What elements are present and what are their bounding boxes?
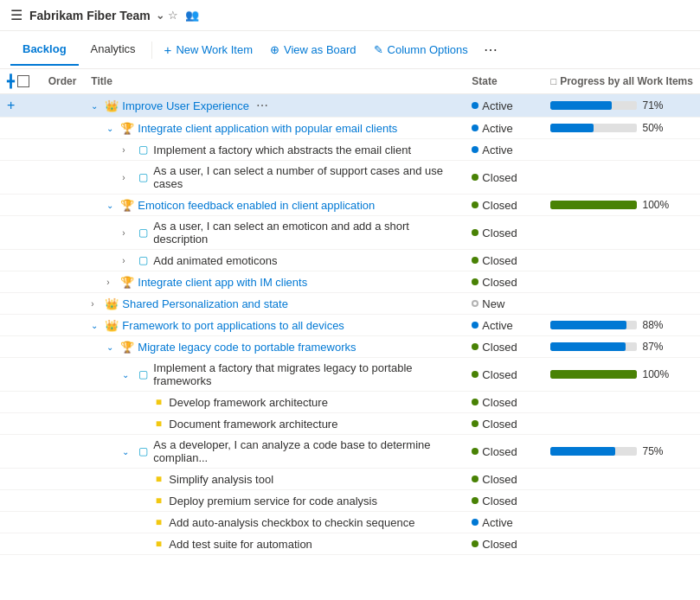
expand-icon[interactable]: ⌄ bbox=[91, 321, 101, 330]
row-add-cell bbox=[0, 435, 42, 469]
item-type-icon: ▢ bbox=[136, 143, 150, 156]
more-actions-button[interactable]: ⋯ bbox=[477, 36, 504, 63]
item-title[interactable]: Migrate legacy code to portable framewor… bbox=[138, 341, 356, 354]
state-dot bbox=[472, 399, 478, 405]
table-row: ›▢As a user, I can select a number of su… bbox=[0, 161, 700, 195]
item-title: Document framework architecture bbox=[169, 418, 337, 431]
row-order-cell bbox=[42, 250, 85, 271]
column-options-button[interactable]: ✎ Column Options bbox=[365, 38, 477, 61]
row-progress-cell: 88% bbox=[543, 315, 700, 336]
tab-backlog[interactable]: add Backlog bbox=[10, 34, 79, 66]
row-add-cell bbox=[0, 195, 42, 216]
progress-bar-fill bbox=[550, 342, 626, 351]
table-row: ›👑Shared Personalization and stateNew bbox=[0, 293, 700, 315]
row-order-cell bbox=[42, 161, 85, 195]
row-add-cell bbox=[0, 512, 42, 533]
row-progress-cell bbox=[543, 139, 700, 161]
state-label: Closed bbox=[482, 276, 517, 289]
expand-icon[interactable]: › bbox=[91, 299, 101, 309]
state-label: Active bbox=[482, 516, 512, 529]
table-row: ›▢Implement a factory which abstracts th… bbox=[0, 139, 700, 161]
state-label: Closed bbox=[482, 227, 517, 239]
row-add-cell bbox=[0, 413, 42, 435]
expand-icon[interactable]: › bbox=[122, 228, 132, 238]
table-row: ■Add test suite for automationClosed bbox=[0, 533, 700, 555]
row-order-cell bbox=[42, 512, 85, 533]
state-dot bbox=[472, 448, 478, 455]
row-order-cell bbox=[42, 435, 85, 469]
progress-percent: 75% bbox=[642, 445, 666, 457]
progress-bar-fill bbox=[550, 321, 626, 329]
work-table: ╋ Order Title State □ Progress by all Wo… bbox=[0, 69, 700, 555]
row-progress-cell: 100% bbox=[543, 358, 700, 392]
state-dot bbox=[472, 229, 478, 236]
new-work-item-button[interactable]: + New Work Item bbox=[156, 37, 261, 62]
item-title[interactable]: Integrate client app with IM clients bbox=[138, 276, 307, 289]
people-icon[interactable]: 👥 bbox=[185, 9, 199, 22]
table-row: ⌄🏆Integrate client application with popu… bbox=[0, 118, 700, 139]
row-add-cell bbox=[0, 271, 42, 293]
row-progress-cell bbox=[543, 512, 700, 533]
expand-icon[interactable]: ⌄ bbox=[91, 101, 101, 111]
row-add-cell bbox=[0, 118, 42, 139]
item-title[interactable]: Emoticon feedback enabled in client appl… bbox=[138, 199, 375, 212]
star-icon[interactable]: ☆ bbox=[168, 9, 178, 22]
expand-icon[interactable]: › bbox=[122, 256, 132, 265]
row-progress-cell bbox=[543, 271, 700, 293]
expand-icon[interactable]: ⌄ bbox=[122, 447, 132, 456]
item-title[interactable]: Improve User Experience bbox=[122, 99, 249, 112]
row-title-cell: ›▢Implement a factory which abstracts th… bbox=[84, 139, 465, 161]
item-type-icon: ■ bbox=[151, 515, 165, 529]
expand-icon[interactable]: ⌄ bbox=[106, 342, 117, 352]
row-title-cell: ›👑Shared Personalization and state bbox=[84, 293, 465, 315]
hamburger-icon[interactable]: ☰ bbox=[10, 7, 22, 23]
row-state-cell: Closed bbox=[465, 435, 543, 469]
row-state-cell: Active bbox=[465, 118, 543, 139]
checkbox-header[interactable] bbox=[17, 75, 29, 87]
expand-icon[interactable]: ⌄ bbox=[106, 124, 117, 133]
chevron-down-icon[interactable]: ⌄ bbox=[156, 10, 164, 22]
item-type-icon: ■ bbox=[151, 417, 165, 431]
row-add-cell bbox=[0, 250, 42, 271]
item-type-icon: 🏆 bbox=[120, 340, 134, 354]
row-progress-cell bbox=[543, 161, 700, 195]
row-progress-cell: 100% bbox=[543, 195, 700, 216]
expand-icon[interactable]: ⌄ bbox=[106, 201, 117, 210]
app-title-area: Fabrikam Fiber Team ⌄ bbox=[29, 9, 164, 22]
row-order-cell bbox=[42, 392, 85, 413]
item-title: Add auto-analysis checkbox to checkin se… bbox=[169, 516, 414, 529]
row-add-cell bbox=[0, 293, 42, 315]
item-type-icon: ■ bbox=[151, 537, 165, 551]
item-title[interactable]: Framework to port applications to all de… bbox=[122, 319, 344, 332]
state-dot bbox=[472, 278, 478, 285]
row-add-cell bbox=[0, 533, 42, 555]
table-header-row: ╋ Order Title State □ Progress by all Wo… bbox=[0, 69, 700, 94]
row-title-cell: ›▢Add animated emoticons bbox=[84, 250, 465, 271]
state-label: Active bbox=[482, 122, 512, 135]
plus-icon: + bbox=[164, 42, 172, 57]
row-state-cell: Active bbox=[465, 315, 543, 336]
col-header-order: Order bbox=[42, 69, 85, 94]
item-type-icon: 👑 bbox=[105, 318, 119, 332]
row-state-cell: Closed bbox=[465, 358, 543, 392]
expand-icon[interactable]: › bbox=[106, 278, 117, 287]
row-add-cell bbox=[0, 358, 42, 392]
expand-icon[interactable]: › bbox=[122, 145, 132, 155]
add-row-button[interactable]: + bbox=[7, 98, 15, 112]
row-progress-cell bbox=[543, 533, 700, 555]
item-title[interactable]: Integrate client application with popula… bbox=[138, 122, 397, 135]
expand-icon[interactable]: ⌄ bbox=[122, 370, 132, 380]
row-add-cell bbox=[0, 161, 42, 195]
state-label: Closed bbox=[482, 254, 517, 267]
add-row-header-icon[interactable]: ╋ bbox=[7, 74, 14, 88]
expand-icon[interactable]: › bbox=[122, 173, 132, 182]
item-title[interactable]: Shared Personalization and state bbox=[122, 297, 288, 310]
item-type-icon: ▢ bbox=[136, 170, 150, 184]
row-progress-cell bbox=[543, 413, 700, 435]
view-as-board-button[interactable]: ⊕ View as Board bbox=[261, 38, 365, 61]
state-dot bbox=[472, 540, 478, 547]
state-label: Closed bbox=[482, 171, 517, 184]
row-title-cell: ›🏆Integrate client app with IM clients bbox=[84, 271, 465, 293]
row-more-options[interactable]: ⋯ bbox=[256, 99, 268, 112]
tab-analytics[interactable]: Analytics bbox=[79, 34, 148, 66]
